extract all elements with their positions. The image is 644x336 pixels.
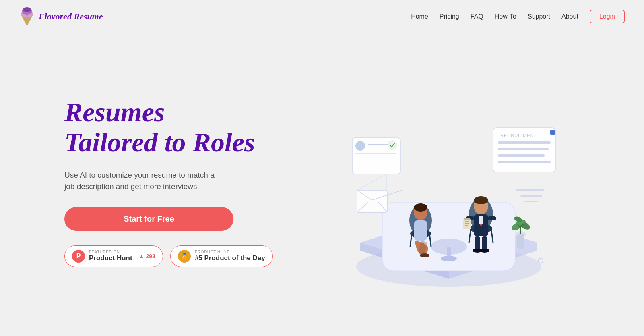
badge1-arrow-icon: ▲ [139,253,144,259]
badge2-label: PRODUCT HUNT [195,250,265,254]
svg-point-3 [23,7,31,12]
svg-point-69 [538,258,543,263]
hero-subheadline: Use AI to customize your resume to match… [64,170,250,193]
svg-point-23 [480,249,489,253]
badge1-name: Product Hunt [89,254,132,262]
headline-line2: Tailored to Roles [64,127,255,158]
hero-svg: RECRUITMENT [320,69,578,295]
svg-rect-21 [482,236,487,251]
svg-rect-25 [487,216,496,220]
headline-line1: Resumes [64,97,165,127]
svg-rect-53 [550,130,555,135]
nav-pricing[interactable]: Pricing [440,13,459,20]
svg-rect-27 [464,218,470,220]
svg-rect-26 [463,219,471,229]
svg-point-37 [414,203,427,212]
navbar: Flavored Resume Home Pricing FAQ How-To … [0,0,644,33]
badge1-count-value: 293 [146,253,155,259]
nav-home[interactable]: Home [411,13,428,20]
svg-line-71 [357,174,386,190]
svg-text:RECRUITMENT: RECRUITMENT [500,133,537,138]
hero-headline: Resumes Tailored to Roles [64,97,273,158]
svg-point-38 [420,253,429,257]
nav-faq[interactable]: FAQ [471,13,483,20]
badge1-text: FEATURED ON Product Hunt [89,250,132,262]
badge1-label: FEATURED ON [89,250,132,254]
login-button[interactable]: Login [590,10,625,23]
badge1-count: ▲ 293 [139,253,155,259]
svg-point-40 [355,141,365,151]
illustration-wrapper: RECRUITMENT [320,69,578,295]
brand-name: Flavored Resume [39,11,103,22]
svg-rect-35 [414,220,427,241]
social-proof-badges: P FEATURED ON Product Hunt ▲ 293 🏅 PRODU… [64,245,273,267]
nav-links: Home Pricing FAQ How-To Support About Lo… [411,10,625,23]
start-free-button[interactable]: Start for Free [64,207,233,231]
svg-point-46 [388,140,397,150]
logo-icon [19,6,35,27]
logo[interactable]: Flavored Resume [19,6,103,27]
badge2-text: PRODUCT HUNT #5 Product of the Day [195,250,265,262]
svg-rect-17 [479,216,483,224]
hero-left: Resumes Tailored to Roles Use AI to cust… [64,97,273,267]
svg-point-10 [441,256,457,261]
svg-point-19 [474,196,488,204]
badge2-name: #5 Product of the Day [195,254,265,262]
product-of-day-badge[interactable]: 🏅 PRODUCT HUNT #5 Product of the Day [170,245,273,267]
hero-illustration: RECRUITMENT [273,65,625,299]
product-hunt-icon: P [72,250,85,263]
svg-rect-20 [475,236,480,251]
medal-icon: 🏅 [178,250,191,263]
product-hunt-badge[interactable]: P FEATURED ON Product Hunt ▲ 293 [64,245,163,267]
hero-section: Resumes Tailored to Roles Use AI to cust… [0,33,644,323]
nav-howto[interactable]: How-To [495,13,516,20]
nav-about[interactable]: About [561,13,578,20]
nav-support[interactable]: Support [528,13,550,20]
